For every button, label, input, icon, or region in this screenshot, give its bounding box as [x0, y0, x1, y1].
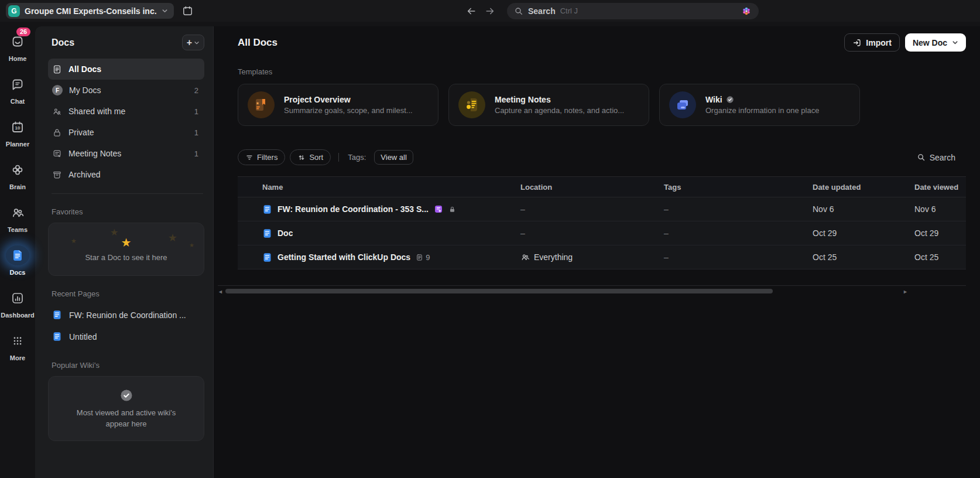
all-docs-icon: [52, 64, 62, 74]
table-row[interactable]: Getting Started with ClickUp Docs 9 Ev: [238, 245, 966, 269]
sidebar-title: Docs: [52, 37, 74, 48]
new-doc-button[interactable]: New Doc: [905, 33, 966, 52]
doc-name: FW: Reunion de Coordination - 353 S...: [277, 204, 429, 214]
rail-item-dashboard[interactable]: Dashboard: [0, 285, 35, 327]
rail-label: Planner: [6, 141, 29, 148]
planner-calendar-icon: 10: [11, 120, 25, 134]
location-cell: –: [520, 228, 664, 238]
location-cell: –: [520, 204, 664, 214]
template-card-wiki[interactable]: Wiki Organize information in one place: [659, 84, 860, 126]
date-updated-cell: Oct 29: [813, 228, 914, 238]
teams-icon: [11, 206, 25, 220]
date-updated-cell: Nov 6: [813, 204, 914, 214]
rail-label: More: [10, 354, 25, 361]
sidebar-item-shared-with-me[interactable]: Shared with me 1: [48, 101, 204, 122]
divider: [52, 193, 203, 194]
horizontal-scrollbar: ◄ ►: [218, 288, 966, 296]
doc-file-icon: [262, 252, 272, 262]
recent-page-item[interactable]: FW: Reunion de Coordination ...: [48, 304, 204, 326]
decorative-star-icon: ★: [110, 227, 118, 238]
template-tag-icon: [434, 204, 443, 214]
sidebar-item-private[interactable]: Private 1: [48, 122, 204, 143]
chat-icon: [11, 77, 25, 91]
rail-item-brain[interactable]: Brain: [0, 156, 35, 199]
divider: [218, 285, 966, 286]
doc-file-icon: [262, 228, 272, 238]
forward-arrow-icon[interactable]: [482, 4, 498, 19]
chevron-down-icon: [952, 39, 958, 46]
notification-badge: 26: [16, 28, 30, 36]
sort-arrows-icon: [297, 153, 306, 162]
topbar: G Groupe CMI Experts-Conseils inc. Searc…: [0, 0, 980, 22]
template-card-project-overview[interactable]: Project Overview Summarize goals, scope,…: [238, 84, 438, 126]
back-arrow-icon[interactable]: [464, 4, 479, 19]
chevron-down-icon: [194, 40, 200, 46]
column-header-name[interactable]: Name: [238, 183, 520, 192]
column-header-tags[interactable]: Tags: [664, 183, 813, 192]
column-header-date-viewed[interactable]: Date viewed: [914, 183, 966, 192]
column-header-date-updated[interactable]: Date updated: [813, 183, 914, 192]
meeting-notes-icon: [52, 149, 62, 159]
doc-file-icon: [262, 204, 272, 214]
scrollbar-thumb[interactable]: [225, 289, 773, 293]
table-header-row: Name Location Tags Date updated Date vie…: [238, 176, 966, 197]
archive-icon: [52, 170, 62, 180]
page-count-value: 9: [426, 253, 430, 262]
doc-file-icon: [52, 332, 62, 342]
scroll-right-arrow-icon[interactable]: ►: [903, 289, 908, 295]
search-input[interactable]: Search Ctrl J: [507, 3, 759, 19]
location-cell[interactable]: Everything: [520, 252, 664, 262]
doc-file-icon: [52, 310, 62, 320]
recent-page-item[interactable]: Untitled: [48, 326, 204, 347]
table-search-button[interactable]: Search: [917, 153, 955, 162]
table-row[interactable]: FW: Reunion de Coordination - 353 S... –…: [238, 197, 966, 221]
app-rail: 26 Home Chat 10 Planner: [0, 22, 35, 478]
filters-button[interactable]: Filters: [238, 149, 285, 165]
favorites-empty-text: Star a Doc to see it here: [73, 253, 179, 262]
table-row[interactable]: Doc – – Oct 29 Oct 29: [238, 221, 966, 245]
sidebar-item-all-docs[interactable]: All Docs: [48, 59, 204, 80]
lock-icon: [52, 128, 62, 138]
docs-table: Name Location Tags Date updated Date vie…: [238, 176, 966, 269]
ai-sparkle-icon[interactable]: [741, 6, 752, 16]
lock-icon: [448, 206, 456, 213]
doc-name: Getting Started with ClickUp Docs: [277, 252, 410, 262]
favorites-section-title: Favorites: [48, 207, 204, 216]
add-doc-button[interactable]: +: [182, 35, 204, 50]
home-icon: [11, 35, 25, 49]
shared-people-icon: [52, 107, 62, 117]
star-icon: ★: [121, 237, 132, 248]
template-card-meeting-notes[interactable]: Meeting Notes Capture an agenda, notes, …: [448, 84, 649, 126]
import-button[interactable]: Import: [844, 33, 900, 52]
sidebar-item-meeting-notes[interactable]: Meeting Notes 1: [48, 143, 204, 164]
rail-item-planner[interactable]: 10 Planner: [0, 114, 35, 156]
rail-item-home[interactable]: 26 Home: [0, 28, 35, 71]
popular-wikis-empty-text: Most viewed and active wiki's appear her…: [49, 408, 204, 430]
workspace-avatar: G: [8, 5, 20, 17]
sort-button[interactable]: Sort: [290, 149, 331, 165]
tags-view-all-button[interactable]: View all: [374, 150, 413, 165]
filter-icon: [245, 153, 253, 162]
popular-wikis-empty-card: Most viewed and active wiki's appear her…: [48, 376, 204, 441]
date-viewed-cell: Nov 6: [914, 204, 966, 214]
workspace-switcher[interactable]: G Groupe CMI Experts-Conseils inc.: [6, 3, 174, 19]
doc-name: Doc: [277, 228, 293, 238]
rail-item-teams[interactable]: Teams: [0, 199, 35, 242]
rail-item-chat[interactable]: Chat: [0, 71, 35, 114]
page-title: All Docs: [238, 37, 277, 49]
calendar-icon[interactable]: [182, 5, 193, 16]
docs-icon: [11, 249, 24, 262]
svg-text:10: 10: [15, 125, 20, 131]
date-updated-cell: Oct 25: [813, 252, 914, 262]
everything-people-icon: [520, 252, 530, 262]
rail-label: Brain: [9, 183, 26, 190]
rail-label: Dashboard: [1, 312, 34, 319]
column-header-location[interactable]: Location: [520, 183, 664, 192]
rail-item-docs[interactable]: Docs: [0, 242, 35, 285]
favorites-empty-card: ★ ★ ★ ★ ★ Star a Doc to see it here: [48, 223, 204, 276]
scroll-left-arrow-icon[interactable]: ◄: [218, 289, 223, 295]
sidebar-item-my-docs[interactable]: F My Docs 2: [48, 80, 204, 101]
rail-item-more[interactable]: More: [0, 327, 35, 370]
sidebar-item-archived[interactable]: Archived: [48, 164, 204, 185]
rail-label: Chat: [11, 98, 25, 105]
